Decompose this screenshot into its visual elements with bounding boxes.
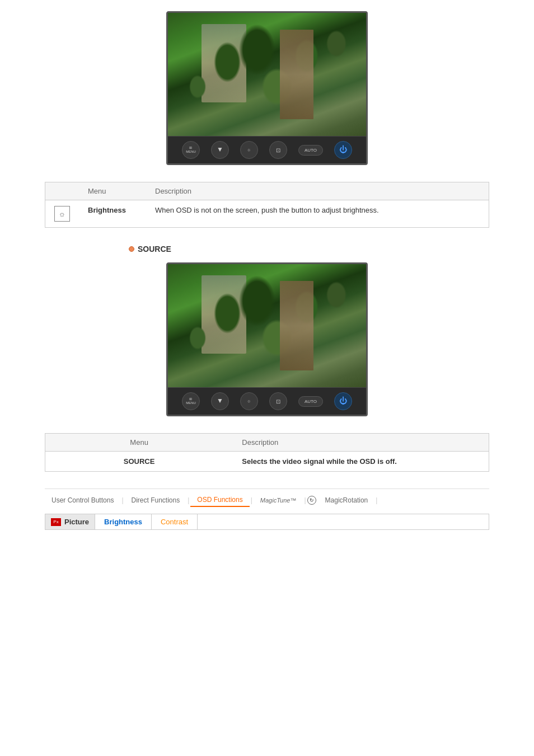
- monitor-1: ⊞MENU ▼ ☼ ⊡ AUTO ⏻: [166, 11, 368, 165]
- page-content: ⊞MENU ▼ ☼ ⊡ AUTO ⏻ Menu Description ☼: [0, 0, 534, 541]
- power-button-2[interactable]: ⏻: [334, 392, 352, 410]
- brightness-table: Menu Description ☼ Brightness When OSD i…: [45, 182, 489, 228]
- nav-divider-3: |: [250, 496, 254, 504]
- down-button-1[interactable]: ▼: [211, 141, 229, 159]
- source-menu-label: SOURCE: [45, 452, 233, 472]
- monitor-tree-1: [168, 13, 366, 136]
- nav-osd-functions[interactable]: OSD Functions: [190, 494, 249, 507]
- picture-tab-label[interactable]: Picture: [64, 518, 89, 526]
- table1-col-menu: Menu: [79, 182, 146, 200]
- monitor-screen-2: [168, 264, 366, 387]
- picture-icon: Px: [51, 518, 61, 526]
- table-row: ☼ Brightness When OSD is not on the scre…: [45, 200, 489, 228]
- monitor-section-1: ⊞MENU ▼ ☼ ⊡ AUTO ⏻: [45, 11, 489, 165]
- brightness-menu-label: Brightness: [79, 200, 146, 228]
- nav-user-control[interactable]: User Control Buttons: [45, 494, 120, 506]
- source-table-col-menu: Menu: [45, 434, 233, 452]
- nav-divider-5: |: [374, 496, 378, 504]
- down-button-2[interactable]: ▼: [211, 392, 229, 410]
- nav-direct-functions[interactable]: Direct Functions: [125, 494, 187, 506]
- auto-button-1[interactable]: AUTO: [298, 145, 323, 156]
- table1-col-desc: Description: [146, 182, 489, 200]
- magicrotation-icon: ↻ MagicRotation: [307, 494, 375, 506]
- monitor-section-2: ⊞MENU ▼ ☼ ⊡ AUTO ⏻: [45, 262, 489, 416]
- source-button-1[interactable]: ⊡: [269, 141, 287, 159]
- bottom-tabs: Px Picture Brightness Contrast: [45, 514, 489, 530]
- nav-bar: User Control Buttons | Direct Functions …: [45, 489, 489, 511]
- magictune-text: MagicTune™: [260, 497, 297, 504]
- brightness-description: When OSD is not on the screen, push the …: [146, 200, 489, 228]
- menu-button-1[interactable]: ⊞MENU: [182, 141, 200, 159]
- source-table-row: SOURCE Selects the video signal while th…: [45, 452, 489, 472]
- nav-divider-1: |: [120, 496, 124, 504]
- nav-divider-2: |: [186, 496, 190, 504]
- monitor-2: ⊞MENU ▼ ☼ ⊡ AUTO ⏻: [166, 262, 368, 416]
- source-button-2[interactable]: ⊡: [269, 392, 287, 410]
- brightness-icon-cell: ☼: [45, 200, 79, 228]
- source-description: Selects the video signal while the OSD i…: [233, 452, 489, 472]
- brightness-button-2[interactable]: ☼: [240, 392, 258, 410]
- table1-col-empty: [45, 182, 79, 200]
- source-table-col-desc: Description: [233, 434, 489, 452]
- monitor-buttons-2: ⊞MENU ▼ ☼ ⊡ AUTO ⏻: [168, 387, 366, 415]
- monitor-buttons-1: ⊞MENU ▼ ☼ ⊡ AUTO ⏻: [168, 136, 366, 163]
- source-dot-icon: [129, 246, 134, 252]
- picture-tab-icon[interactable]: Px Picture: [45, 514, 95, 529]
- nav-divider-4: |: [303, 496, 307, 504]
- menu-button-2[interactable]: ⊞MENU: [182, 392, 200, 410]
- auto-button-2[interactable]: AUTO: [298, 396, 323, 407]
- monitor-tree-2: [168, 264, 366, 387]
- rotation-icon-symbol: ↻: [307, 496, 316, 505]
- source-table: Menu Description SOURCE Selects the vide…: [45, 433, 489, 472]
- power-button-1[interactable]: ⏻: [334, 141, 352, 159]
- tab-contrast[interactable]: Contrast: [152, 514, 198, 529]
- nav-magicrotation[interactable]: MagicRotation: [318, 494, 375, 506]
- monitor-screen-1: [168, 13, 366, 136]
- nav-magictune[interactable]: MagicTune™: [254, 495, 303, 506]
- brightness-icon: ☼: [54, 206, 70, 222]
- tab-brightness[interactable]: Brightness: [95, 514, 152, 529]
- source-title: SOURCE: [138, 245, 171, 253]
- source-heading: SOURCE: [129, 245, 489, 253]
- brightness-button-1[interactable]: ☼: [240, 141, 258, 159]
